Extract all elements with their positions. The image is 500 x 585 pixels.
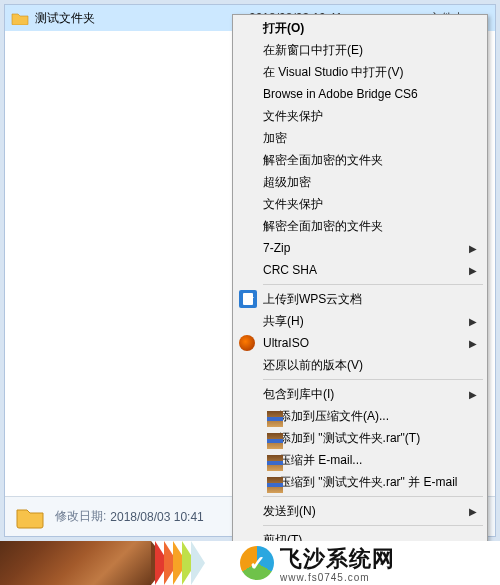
winrar-icon	[267, 455, 283, 471]
menu-super-encrypt[interactable]: 超级加密	[235, 171, 485, 193]
menu-folder-protect-1[interactable]: 文件夹保护	[235, 105, 485, 127]
winrar-icon	[267, 411, 283, 427]
status-folder-icon	[15, 505, 45, 529]
watermark-background	[0, 541, 151, 585]
menu-decrypt-all-1[interactable]: 解密全面加密的文件夹	[235, 149, 485, 171]
menu-open[interactable]: 打开(O)	[235, 17, 485, 39]
menu-separator	[263, 284, 483, 285]
file-name: 测试文件夹	[35, 10, 249, 27]
menu-include-in-library[interactable]: 包含到库中(I)▶	[235, 383, 485, 405]
menu-ultraiso[interactable]: UltraISO▶	[235, 332, 485, 354]
wps-icon	[239, 290, 257, 308]
menu-separator	[263, 379, 483, 380]
submenu-arrow-icon: ▶	[469, 389, 477, 400]
menu-rar-add-archive[interactable]: 添加到压缩文件(A)...	[235, 405, 485, 427]
menu-rar-add-named[interactable]: 添加到 "测试文件夹.rar"(T)	[235, 427, 485, 449]
menu-separator	[263, 525, 483, 526]
ultraiso-icon	[239, 335, 255, 351]
winrar-icon	[267, 477, 283, 493]
menu-crc-sha[interactable]: CRC SHA▶	[235, 259, 485, 281]
watermark-strip: ✓ 飞沙系统网 www.fs0745.com	[0, 541, 500, 585]
submenu-arrow-icon: ▶	[469, 316, 477, 327]
submenu-arrow-icon: ▶	[469, 243, 477, 254]
menu-share[interactable]: 共享(H)▶	[235, 310, 485, 332]
menu-wps-upload[interactable]: 上传到WPS云文档	[235, 288, 485, 310]
menu-encrypt[interactable]: 加密	[235, 127, 485, 149]
brand-logo-icon: ✓	[240, 546, 274, 580]
menu-decrypt-all-2[interactable]: 解密全面加密的文件夹	[235, 215, 485, 237]
brand-subtext: www.fs0745.com	[280, 572, 395, 583]
folder-icon	[11, 11, 29, 25]
menu-open-new-window[interactable]: 在新窗口中打开(E)	[235, 39, 485, 61]
menu-folder-protect-2[interactable]: 文件夹保护	[235, 193, 485, 215]
menu-open-visual-studio[interactable]: 在 Visual Studio 中打开(V)	[235, 61, 485, 83]
menu-separator	[263, 496, 483, 497]
status-date-value: 2018/08/03 10:41	[110, 510, 203, 524]
menu-send-to[interactable]: 发送到(N)▶	[235, 500, 485, 522]
submenu-arrow-icon: ▶	[469, 506, 477, 517]
menu-restore-previous[interactable]: 还原以前的版本(V)	[235, 354, 485, 376]
menu-browse-adobe-bridge[interactable]: Browse in Adobe Bridge CS6	[235, 83, 485, 105]
context-menu: 打开(O) 在新窗口中打开(E) 在 Visual Studio 中打开(V) …	[232, 14, 488, 585]
status-date-label: 修改日期:	[55, 508, 106, 525]
brand-text: 飞沙系统网	[280, 546, 395, 571]
submenu-arrow-icon: ▶	[469, 265, 477, 276]
menu-rar-named-email[interactable]: 压缩到 "测试文件夹.rar" 并 E-mail	[235, 471, 485, 493]
winrar-icon	[267, 433, 283, 449]
menu-rar-email[interactable]: 压缩并 E-mail...	[235, 449, 485, 471]
chevron-decoration	[160, 541, 205, 585]
submenu-arrow-icon: ▶	[469, 338, 477, 349]
brand: ✓ 飞沙系统网 www.fs0745.com	[240, 541, 395, 585]
menu-7zip[interactable]: 7-Zip▶	[235, 237, 485, 259]
